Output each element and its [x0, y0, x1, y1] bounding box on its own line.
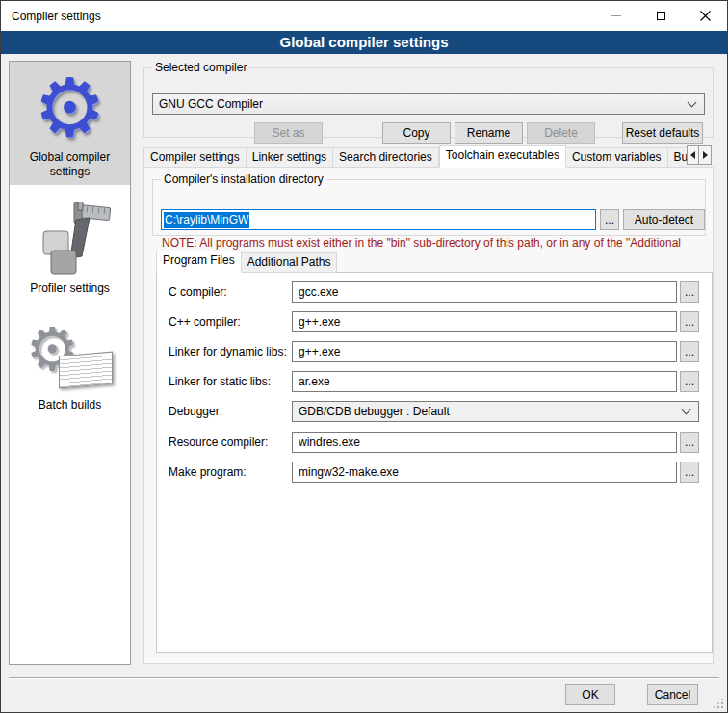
main-tabs: Compiler settings Linker settings Search… [143, 145, 689, 168]
dynamic-linker-label: Linker for dynamic libs: [169, 341, 287, 362]
make-program-browse-button[interactable]: ... [680, 462, 699, 483]
installation-directory-label: Compiler's installation directory [161, 172, 326, 186]
sidebar-item-label: Batch builds [12, 398, 128, 412]
directory-browse-button[interactable]: ... [600, 209, 619, 230]
c-compiler-browse-button[interactable]: ... [680, 281, 699, 303]
delete-button[interactable]: Delete [527, 122, 595, 144]
tab-additional-paths[interactable]: Additional Paths [242, 252, 338, 273]
ok-button[interactable]: OK [565, 684, 615, 705]
window-title: Compiler settings [1, 10, 101, 23]
footer-divider [9, 677, 719, 679]
close-icon [700, 11, 711, 21]
toolchain-executables-page: Compiler's installation directory C:\ray… [143, 167, 714, 664]
rename-button[interactable]: Rename [455, 122, 523, 144]
tab-toolchain-executables[interactable]: Toolchain executables [439, 145, 566, 168]
make-program-label: Make program: [169, 462, 247, 483]
caption-buttons [594, 1, 727, 31]
tab-custom-variables[interactable]: Custom variables [566, 147, 668, 168]
tab-compiler-settings[interactable]: Compiler settings [143, 147, 247, 168]
gear-stack-icon: ⚙ [22, 323, 118, 396]
program-files-page: C compiler: ... C++ compiler: ... Linker… [156, 272, 713, 653]
static-linker-browse-button[interactable]: ... [680, 371, 699, 392]
tab-scroll-right-button[interactable] [699, 145, 712, 165]
resource-compiler-browse-button[interactable]: ... [680, 432, 699, 453]
debugger-select-value: GDB/CDB debugger : Default [299, 405, 450, 418]
cancel-button[interactable]: Cancel [647, 684, 698, 705]
tab-scroll-left-button[interactable] [687, 145, 699, 165]
set-as-default-button[interactable]: Set as default [254, 122, 323, 144]
blue-gear-icon: ⚙ [12, 66, 128, 150]
tab-build-options[interactable]: Build options [668, 147, 689, 168]
auto-detect-button[interactable]: Auto-detect [623, 209, 705, 230]
close-button[interactable] [683, 1, 727, 31]
arrow-right-icon [703, 151, 708, 159]
copy-button[interactable]: Copy [382, 122, 451, 144]
static-linker-label: Linker for static libs: [169, 371, 271, 392]
chevron-down-icon [688, 98, 697, 108]
resize-grip[interactable] [721, 706, 723, 708]
tab-search-directories[interactable]: Search directories [333, 147, 439, 168]
static-linker-input[interactable] [292, 371, 677, 392]
tab-linker-settings[interactable]: Linker settings [247, 147, 333, 168]
cpp-compiler-label: C++ compiler: [169, 311, 241, 332]
cpp-compiler-input[interactable] [292, 311, 677, 332]
tab-scroll-arrows [687, 145, 712, 165]
dynamic-linker-browse-button[interactable]: ... [680, 341, 699, 362]
caliper-icon [22, 202, 118, 279]
sidebar-item-batch-builds[interactable]: ⚙ Batch builds [10, 315, 130, 418]
c-compiler-label: C compiler: [169, 281, 227, 303]
compiler-select[interactable]: GNU GCC Compiler [152, 93, 705, 115]
arrow-left-icon [690, 151, 695, 159]
sidebar: ⚙ Global compiler settings Profi [9, 61, 131, 665]
sidebar-item-label: Global compiler settings [12, 150, 128, 179]
tab-program-files[interactable]: Program Files [156, 251, 242, 273]
c-compiler-input[interactable] [292, 281, 677, 303]
page-title: Global compiler settings [1, 31, 727, 54]
selected-compiler-group: Selected compiler GNU GCC Compiler Set a… [143, 61, 714, 138]
installation-directory-group: Compiler's installation directory C:\ray… [152, 172, 706, 236]
sidebar-item-global-compiler-settings[interactable]: ⚙ Global compiler settings [10, 62, 130, 185]
installation-directory-input[interactable]: C:\raylib\MinGW [161, 209, 596, 230]
selected-compiler-label: Selected compiler [152, 61, 249, 74]
debugger-select[interactable]: GDB/CDB debugger : Default [292, 401, 699, 422]
resource-compiler-label: Resource compiler: [169, 432, 268, 453]
maximize-icon [657, 12, 665, 20]
make-program-input[interactable] [292, 462, 677, 483]
compiler-select-value: GNU GCC Compiler [159, 97, 263, 111]
dynamic-linker-input[interactable] [292, 341, 677, 362]
chevron-down-icon [682, 406, 691, 415]
minimize-icon [611, 15, 621, 16]
debugger-label: Debugger: [169, 401, 222, 422]
compiler-settings-window: Compiler settings Global compiler settin… [0, 0, 728, 713]
sidebar-item-label: Profiler settings [12, 281, 128, 296]
cpp-compiler-browse-button[interactable]: ... [680, 311, 699, 332]
minimize-button[interactable] [594, 1, 638, 31]
reset-defaults-button[interactable]: Reset defaults [622, 122, 703, 144]
sidebar-item-profiler-settings[interactable]: Profiler settings [10, 195, 130, 302]
note-text: NOTE: All programs must exist either in … [162, 236, 703, 250]
maximize-button[interactable] [638, 1, 683, 31]
selected-text: C:\raylib\MinGW [164, 212, 249, 228]
program-tabs: Program Files Additional Paths [156, 251, 337, 273]
resource-compiler-input[interactable] [292, 432, 677, 453]
